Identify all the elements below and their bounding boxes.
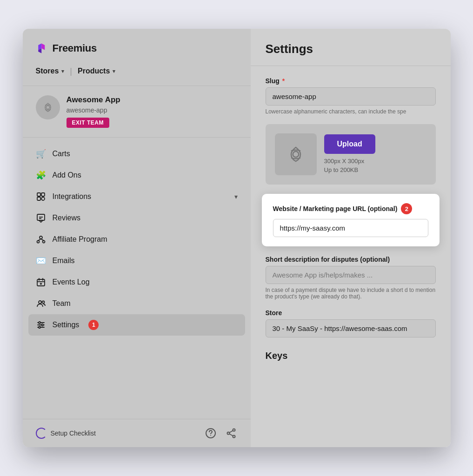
checklist-icon	[36, 428, 47, 439]
sidebar-item-settings-label: Settings	[53, 321, 80, 329]
team-icon	[36, 298, 46, 309]
puzzle-icon: 🧩	[36, 170, 46, 180]
slug-hint: Lowercase alphanumeric characters, can i…	[266, 108, 436, 115]
sidebar-footer: Setup Checklist	[23, 419, 251, 447]
freemius-logo-icon	[36, 42, 49, 55]
url-label-row: Website / Marketing page URL (optional) …	[273, 203, 428, 214]
image-preview	[275, 133, 317, 175]
sidebar-item-team-label: Team	[53, 299, 71, 308]
svg-point-19	[233, 436, 235, 438]
sidebar-item-team[interactable]: Team	[23, 293, 251, 314]
nav-top: Stores ▾ | Products ▾	[36, 65, 238, 77]
url-field-label: Website / Marketing page URL (optional)	[273, 205, 398, 212]
setup-checklist-label: Setup Checklist	[51, 430, 96, 437]
avatar	[36, 95, 60, 119]
svg-rect-3	[37, 197, 40, 200]
stores-label: Stores	[36, 67, 59, 75]
sliders-icon	[36, 320, 46, 330]
svg-point-16	[210, 435, 211, 436]
sidebar-item-affiliate-label: Affiliate Program	[53, 235, 107, 244]
help-icon[interactable]	[204, 427, 217, 440]
preview-icon	[284, 143, 307, 166]
sidebar-header: Freemius Stores ▾ | Products ▾	[23, 29, 251, 86]
svg-rect-9	[37, 279, 45, 286]
svg-point-11	[42, 301, 44, 304]
svg-point-17	[233, 429, 235, 431]
sidebar-item-addons[interactable]: 🧩 Add Ons	[23, 165, 251, 186]
disputes-label: Short description for disputes (optional…	[266, 256, 436, 263]
sidebar-item-carts[interactable]: 🛒 Carts	[23, 143, 251, 165]
products-dropdown[interactable]: Products ▾	[78, 65, 115, 77]
slug-required-indicator: *	[280, 77, 285, 85]
integrations-chevron-icon: ▾	[234, 193, 238, 200]
envelope-icon: ✉️	[36, 256, 46, 266]
reviews-icon	[36, 213, 46, 223]
disputes-input[interactable]	[266, 266, 436, 284]
svg-point-20	[293, 152, 299, 158]
share-icon[interactable]	[225, 427, 238, 440]
image-upload-area: Upload 300px X 300px Up to 200KB	[266, 124, 436, 185]
app-name: Awesome App	[67, 95, 120, 105]
svg-point-7	[37, 241, 39, 243]
svg-rect-2	[41, 193, 45, 196]
app-details: Awesome App awesome-app EXIT TEAM	[67, 95, 120, 128]
sidebar-item-integrations-label: Integrations	[53, 192, 92, 201]
upload-info: 300px X 300px Up to 200KB	[324, 157, 375, 175]
logo-area: Freemius	[36, 42, 238, 55]
calendar-icon	[36, 277, 46, 287]
main-body: Slug * Lowercase alphanumeric characters…	[251, 66, 451, 447]
logo-text: Freemius	[53, 42, 97, 54]
page-title: Settings	[266, 42, 436, 56]
store-group: Store 30 - My SaaSy - https://awesome-sa…	[266, 309, 436, 337]
affiliate-icon	[36, 234, 46, 245]
svg-point-6	[40, 236, 42, 239]
app-slug: awesome-app	[67, 106, 120, 114]
setup-checklist[interactable]: Setup Checklist	[36, 428, 96, 439]
exit-team-button[interactable]: EXIT TEAM	[67, 118, 110, 128]
sidebar-item-addons-label: Add Ons	[53, 171, 81, 179]
store-select[interactable]: 30 - My SaaSy - https://awesome-saas.com	[266, 319, 436, 337]
nav-separator: |	[70, 66, 72, 76]
main-header: Settings	[251, 29, 451, 66]
sidebar-item-reviews[interactable]: Reviews	[23, 207, 251, 229]
store-label: Store	[266, 309, 436, 317]
disputes-group: Short description for disputes (optional…	[266, 256, 436, 300]
stores-chevron-icon: ▾	[61, 68, 64, 74]
main-content: Settings Slug * Lowercase alphanumeric c…	[251, 29, 451, 447]
svg-point-14	[39, 326, 40, 328]
url-field-badge: 2	[401, 203, 412, 214]
products-chevron-icon: ▾	[113, 68, 115, 74]
svg-point-4	[41, 197, 45, 200]
sidebar-item-integrations[interactable]: Integrations ▾	[23, 186, 251, 207]
slug-input[interactable]	[266, 87, 436, 106]
sidebar-item-reviews-label: Reviews	[53, 214, 80, 222]
cart-icon: 🛒	[36, 149, 46, 159]
sidebar-item-events[interactable]: Events Log	[23, 271, 251, 293]
upload-button[interactable]: Upload	[324, 134, 375, 154]
url-input[interactable]	[273, 219, 428, 237]
nav-menu: 🛒 Carts 🧩 Add Ons Integrations	[23, 138, 251, 419]
products-label: Products	[78, 67, 110, 75]
svg-point-12	[39, 322, 40, 324]
svg-point-0	[46, 106, 50, 109]
sidebar-item-emails-label: Emails	[53, 257, 75, 265]
svg-point-10	[39, 301, 41, 304]
svg-point-13	[41, 324, 43, 326]
svg-point-8	[42, 241, 45, 243]
sidebar-item-affiliate[interactable]: Affiliate Program	[23, 229, 251, 250]
stores-dropdown[interactable]: Stores ▾	[36, 65, 65, 77]
sidebar-item-events-label: Events Log	[53, 278, 90, 286]
svg-rect-1	[37, 193, 40, 196]
sidebar-item-settings[interactable]: Settings 1	[28, 314, 245, 336]
sidebar-item-carts-label: Carts	[53, 150, 70, 158]
disputes-hint: In case of a payment dispute we have to …	[266, 287, 436, 300]
app-avatar-icon	[41, 100, 55, 114]
app-info: Awesome App awesome-app EXIT TEAM	[23, 86, 251, 138]
slug-group: Slug * Lowercase alphanumeric characters…	[266, 77, 436, 115]
footer-icons	[204, 427, 238, 440]
integrations-icon	[36, 192, 46, 202]
sidebar: Freemius Stores ▾ | Products ▾	[23, 29, 251, 447]
upload-section: Upload 300px X 300px Up to 200KB	[324, 134, 375, 175]
svg-point-18	[227, 432, 229, 435]
sidebar-item-emails[interactable]: ✉️ Emails	[23, 250, 251, 271]
